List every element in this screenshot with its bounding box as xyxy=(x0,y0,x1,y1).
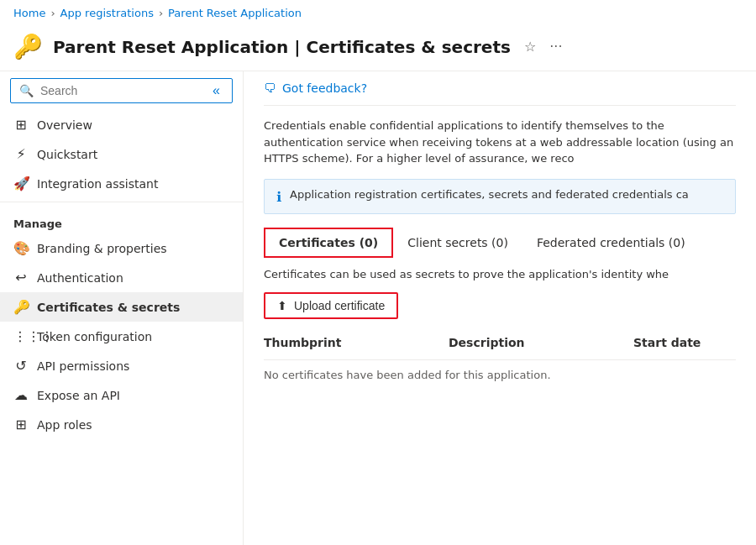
more-options-icon[interactable]: ··· xyxy=(549,39,562,55)
sidebar-item-certificates[interactable]: 🔑 Certificates & secrets xyxy=(0,292,243,322)
manage-section-label: Manage xyxy=(0,206,243,233)
sidebar-item-label-certificates: Certificates & secrets xyxy=(37,301,180,314)
tab-description: Certificates can be used as secrets to p… xyxy=(264,268,736,280)
app-header: 🔑 Parent Reset Application | Certificate… xyxy=(0,26,756,71)
overview-icon: ⊞ xyxy=(13,117,29,133)
sidebar-divider xyxy=(0,202,243,202)
search-icon: 🔍 xyxy=(19,84,34,97)
table-header: Thumbprint Description Start date xyxy=(264,333,736,360)
sidebar: 🔍 « ⊞ Overview ⚡ Quickstart 🚀 Integratio… xyxy=(0,71,244,545)
branding-icon: 🎨 xyxy=(13,240,29,256)
tab-certificates[interactable]: Certificates (0) xyxy=(264,228,393,258)
content-area: 🗨 Got feedback? Credentials enable confi… xyxy=(244,71,756,545)
authentication-icon: ↩ xyxy=(13,270,29,286)
quickstart-icon: ⚡ xyxy=(13,146,29,162)
col-description: Description xyxy=(449,333,633,353)
upload-certificate-button[interactable]: ⬆ Upload certificate xyxy=(264,292,398,319)
pin-icon[interactable]: ☆ xyxy=(524,39,536,55)
sidebar-item-api-permissions[interactable]: ↺ API permissions xyxy=(0,351,243,380)
expose-api-icon: ☁ xyxy=(13,387,29,403)
empty-message: No certificates have been added for this… xyxy=(264,369,736,381)
sidebar-item-quickstart[interactable]: ⚡ Quickstart xyxy=(0,139,243,169)
breadcrumb: Home › App registrations › Parent Reset … xyxy=(0,0,756,26)
sidebar-item-label-quickstart: Quickstart xyxy=(37,148,97,161)
search-box: 🔍 « xyxy=(10,78,233,103)
sidebar-item-label-app-roles: App roles xyxy=(37,418,92,432)
breadcrumb-sep2: › xyxy=(159,7,163,19)
tab-federated-credentials[interactable]: Federated credentials (0) xyxy=(522,228,700,257)
search-input[interactable] xyxy=(40,84,202,97)
description-text: Credentials enable confidential applicat… xyxy=(264,118,736,167)
info-icon: ℹ xyxy=(276,189,281,205)
feedback-bar: 🗨 Got feedback? xyxy=(264,81,736,106)
upload-button-wrap: ⬆ Upload certificate xyxy=(264,292,736,319)
sidebar-item-label-integration: Integration assistant xyxy=(37,177,158,191)
certificates-icon: 🔑 xyxy=(13,299,29,315)
tabs-row: Certificates (0) Client secrets (0) Fede… xyxy=(264,228,736,258)
integration-icon: 🚀 xyxy=(13,176,29,191)
sidebar-item-label-token: Token configuration xyxy=(37,330,152,343)
col-thumbprint: Thumbprint xyxy=(264,333,449,353)
collapse-button[interactable]: « xyxy=(209,83,223,98)
sidebar-item-label-overview: Overview xyxy=(37,118,92,132)
sidebar-item-token-configuration[interactable]: ⋮⋮⋮ Token configuration xyxy=(0,322,243,351)
upload-label: Upload certificate xyxy=(294,299,385,312)
sidebar-item-overview[interactable]: ⊞ Overview xyxy=(0,110,243,139)
sidebar-item-integration-assistant[interactable]: 🚀 Integration assistant xyxy=(0,169,243,198)
upload-icon: ⬆ xyxy=(277,299,287,312)
sidebar-item-authentication[interactable]: ↩ Authentication xyxy=(0,263,243,292)
breadcrumb-current[interactable]: Parent Reset Application xyxy=(168,7,302,19)
sidebar-item-label-expose-api: Expose an API xyxy=(37,389,120,402)
breadcrumb-sep1: › xyxy=(50,7,55,19)
breadcrumb-home[interactable]: Home xyxy=(13,7,45,19)
feedback-label[interactable]: Got feedback? xyxy=(282,81,367,95)
api-permissions-icon: ↺ xyxy=(13,358,29,374)
sidebar-item-expose-api[interactable]: ☁ Expose an API xyxy=(0,380,243,410)
sidebar-item-label-authentication: Authentication xyxy=(37,271,123,285)
page-title: Parent Reset Application | Certificates … xyxy=(53,37,511,57)
key-icon: 🔑 xyxy=(13,33,43,60)
app-roles-icon: ⊞ xyxy=(13,417,29,432)
tab-client-secrets[interactable]: Client secrets (0) xyxy=(393,228,522,257)
sidebar-item-label-branding: Branding & properties xyxy=(37,242,167,255)
info-banner-text: Application registration certificates, s… xyxy=(290,188,689,201)
info-banner: ℹ Application registration certificates,… xyxy=(264,179,736,214)
sidebar-item-branding[interactable]: 🎨 Branding & properties xyxy=(0,233,243,263)
main-layout: 🔍 « ⊞ Overview ⚡ Quickstart 🚀 Integratio… xyxy=(0,71,756,545)
feedback-icon: 🗨 xyxy=(264,81,276,95)
col-start-date: Start date xyxy=(633,333,756,353)
token-icon: ⋮⋮⋮ xyxy=(13,328,29,344)
sidebar-item-app-roles[interactable]: ⊞ App roles xyxy=(0,410,243,439)
breadcrumb-app-registrations[interactable]: App registrations xyxy=(60,7,154,19)
sidebar-item-label-api-permissions: API permissions xyxy=(37,359,129,373)
